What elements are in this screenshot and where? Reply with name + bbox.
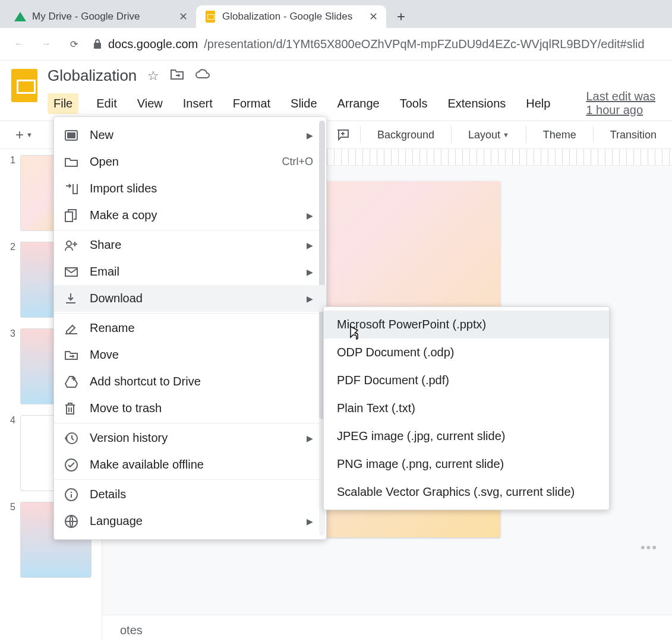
thumb-num: 1 (4, 155, 15, 231)
menu-label: Make available offline (90, 458, 204, 472)
menu-version-history[interactable]: Version history▶ (54, 425, 326, 451)
thumb-num: 4 (4, 415, 15, 491)
move-icon (65, 350, 79, 360)
history-icon (65, 432, 79, 445)
comment-icon[interactable] (336, 129, 349, 141)
menu-download[interactable]: Download▶ (54, 285, 326, 312)
menu-new[interactable]: New▶ (54, 122, 326, 148)
menu-view[interactable]: View (135, 93, 165, 114)
menu-file[interactable]: File (48, 93, 78, 114)
download-odp[interactable]: ODP Document (.odp) (324, 339, 609, 366)
drive-favicon-icon (14, 11, 26, 23)
doc-title[interactable]: Globalization (48, 67, 137, 85)
menu-label: Share (90, 238, 121, 252)
notes-text: otes (120, 624, 143, 637)
move-folder-icon[interactable] (170, 68, 184, 84)
lock-icon (93, 39, 102, 49)
layout-button[interactable]: Layout ▼ (462, 126, 515, 144)
transition-button[interactable]: Transition (604, 126, 662, 144)
menu-arrange[interactable]: Arrange (335, 93, 382, 114)
menu-extensions[interactable]: Extensions (445, 93, 508, 114)
rename-icon (65, 322, 79, 334)
tab-title: Globalization - Google Slides (222, 11, 352, 23)
menu-slide[interactable]: Slide (288, 93, 319, 114)
menubar: File Edit View Insert Format Slide Arran… (48, 90, 662, 117)
menu-format[interactable]: Format (231, 93, 273, 114)
last-edit-link[interactable]: Last edit was 1 hour ago (586, 90, 662, 117)
reload-icon[interactable]: ⟳ (65, 36, 82, 52)
menu-language[interactable]: Language▶ (54, 508, 326, 534)
more-icon[interactable]: ••• (641, 540, 658, 555)
browser-chrome: My Drive - Google Drive ✕ Globalization … (0, 0, 672, 61)
cloud-status-icon[interactable] (195, 68, 210, 84)
new-slide-icon (65, 130, 79, 141)
layout-label: Layout (468, 129, 500, 141)
forward-icon[interactable]: → (38, 36, 55, 52)
url-path: /presentation/d/1YMt65X800eOZhVPqM-mpFZu… (204, 37, 644, 51)
star-icon[interactable]: ☆ (147, 68, 159, 84)
menu-add-shortcut[interactable]: Add shortcut to Drive (54, 368, 326, 395)
slides-favicon-icon (204, 11, 216, 23)
thumb-num: 5 (4, 502, 15, 578)
copy-icon (65, 209, 79, 222)
menu-email[interactable]: Email▶ (54, 258, 326, 285)
folder-icon (65, 157, 79, 167)
new-slide-button[interactable]: +▼ (10, 124, 39, 145)
menu-share[interactable]: Share▶ (54, 232, 326, 258)
close-tab-icon[interactable]: ✕ (179, 10, 188, 23)
import-icon (65, 184, 79, 194)
tab-title: My Drive - Google Drive (32, 11, 140, 23)
menu-label: Move to trash (90, 401, 162, 415)
tab-drive[interactable]: My Drive - Google Drive ✕ (6, 5, 196, 28)
menu-label: Import slides (90, 182, 157, 195)
menu-rename[interactable]: Rename (54, 315, 326, 341)
menu-label: Open (90, 155, 119, 169)
trash-icon (65, 402, 79, 415)
speaker-notes[interactable]: otes (102, 615, 672, 639)
menu-import-slides[interactable]: Import slides (54, 175, 326, 202)
globe-icon (65, 515, 79, 528)
menu-label: Move (90, 348, 119, 362)
url-field[interactable]: docs.google.com/presentation/d/1YMt65X80… (93, 37, 645, 51)
menu-label: Rename (90, 321, 135, 335)
menu-label: Email (90, 265, 119, 279)
menu-tools[interactable]: Tools (397, 93, 430, 114)
theme-button[interactable]: Theme (537, 126, 582, 144)
menu-label: Version history (90, 431, 168, 445)
menu-details[interactable]: Details (54, 481, 326, 508)
download-png[interactable]: PNG image (.png, current slide) (324, 450, 609, 478)
slides-logo-icon[interactable] (10, 67, 39, 105)
svg-point-3 (67, 241, 71, 246)
email-icon (65, 267, 79, 277)
back-icon[interactable]: ← (11, 36, 27, 52)
download-submenu: Microsoft PowerPoint (.pptx) ODP Documen… (323, 306, 610, 510)
download-jpg[interactable]: JPEG image (.jpg, current slide) (324, 422, 609, 450)
shortcut: Ctrl+O (282, 156, 313, 168)
download-txt[interactable]: Plain Text (.txt) (324, 394, 609, 422)
file-menu-dropdown: New▶ OpenCtrl+O Import slides Make a cop… (53, 116, 327, 540)
menu-edit[interactable]: Edit (94, 93, 119, 114)
thumb-num: 2 (4, 242, 15, 318)
menu-label: New (90, 128, 113, 142)
svg-rect-1 (67, 132, 75, 138)
download-svg[interactable]: Scalable Vector Graphics (.svg, current … (324, 478, 609, 506)
new-tab-button[interactable]: + (390, 5, 412, 28)
menu-offline[interactable]: Make available offline (54, 451, 326, 478)
menu-insert[interactable]: Insert (181, 93, 215, 114)
menu-open[interactable]: OpenCtrl+O (54, 148, 326, 175)
menu-move[interactable]: Move (54, 341, 326, 368)
menu-help[interactable]: Help (523, 93, 553, 114)
svg-rect-2 (65, 212, 72, 222)
share-icon (65, 239, 79, 251)
tab-slides[interactable]: Globalization - Google Slides ✕ (196, 5, 386, 28)
menu-trash[interactable]: Move to trash (54, 395, 326, 422)
close-tab-icon[interactable]: ✕ (369, 10, 378, 23)
download-pptx[interactable]: Microsoft PowerPoint (.pptx) (324, 311, 609, 339)
address-bar: ← → ⟳ docs.google.com/presentation/d/1YM… (0, 28, 672, 61)
info-icon (65, 488, 79, 501)
url-domain: docs.google.com (108, 37, 198, 51)
menu-make-copy[interactable]: Make a copy▶ (54, 202, 326, 229)
download-pdf[interactable]: PDF Document (.pdf) (324, 366, 609, 394)
background-button[interactable]: Background (371, 126, 440, 144)
svg-point-8 (71, 491, 72, 492)
